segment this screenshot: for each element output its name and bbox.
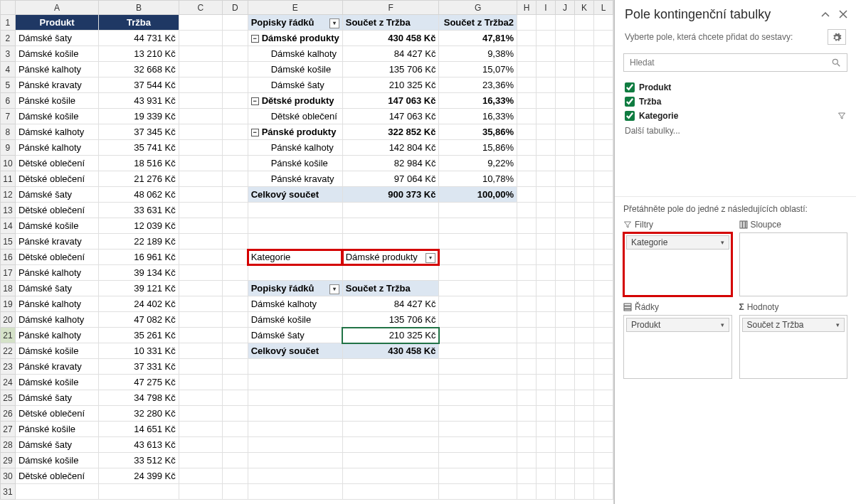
cell-G13[interactable] bbox=[439, 203, 517, 218]
cell-G23[interactable] bbox=[439, 359, 517, 375]
cell-B4[interactable]: 32 668 Kč bbox=[99, 62, 179, 77]
cell-F6[interactable]: 147 063 Kč bbox=[342, 93, 439, 109]
cell-H16[interactable] bbox=[517, 250, 537, 265]
cell-K3[interactable] bbox=[574, 46, 593, 62]
cell-H30[interactable] bbox=[517, 468, 537, 484]
cell-L5[interactable] bbox=[593, 77, 613, 93]
gear-icon[interactable] bbox=[828, 29, 846, 45]
cell-D29[interactable] bbox=[223, 453, 248, 468]
cell-J8[interactable] bbox=[556, 124, 575, 140]
cell-H23[interactable] bbox=[517, 359, 537, 375]
search-box[interactable] bbox=[623, 53, 847, 72]
row-header-30[interactable]: 30 bbox=[1, 468, 16, 484]
cell-E11[interactable]: Pánské kravaty bbox=[248, 171, 342, 187]
cell-F27[interactable] bbox=[342, 422, 439, 437]
cell-A2[interactable]: Dámské šaty bbox=[15, 31, 98, 46]
cell-E9[interactable]: Pánské kalhoty bbox=[248, 140, 342, 156]
cell-B16[interactable]: 16 961 Kč bbox=[99, 250, 179, 265]
cell-E25[interactable] bbox=[248, 390, 342, 406]
cell-F11[interactable]: 97 064 Kč bbox=[342, 171, 439, 187]
cell-I9[interactable] bbox=[537, 140, 556, 156]
cell-E15[interactable] bbox=[248, 234, 342, 250]
cell-J25[interactable] bbox=[556, 390, 575, 406]
cell-D18[interactable] bbox=[223, 281, 248, 296]
cell-L6[interactable] bbox=[593, 93, 613, 109]
cell-K11[interactable] bbox=[574, 171, 593, 187]
cell-A19[interactable]: Pánské kalhoty bbox=[15, 296, 98, 312]
cell-K28[interactable] bbox=[574, 437, 593, 453]
col-header-L[interactable]: L bbox=[593, 1, 613, 15]
cell-K1[interactable] bbox=[574, 15, 593, 31]
row-header-16[interactable]: 16 bbox=[1, 250, 16, 265]
cell-B14[interactable]: 12 039 Kč bbox=[99, 218, 179, 234]
area-rows[interactable]: Produkt▾ bbox=[623, 315, 732, 379]
cell-G25[interactable] bbox=[439, 390, 517, 406]
cell-I3[interactable] bbox=[537, 46, 556, 62]
field-item-produkt[interactable]: Produkt bbox=[623, 80, 847, 95]
cell-F30[interactable] bbox=[342, 468, 439, 484]
cell-I30[interactable] bbox=[537, 468, 556, 484]
area-filters[interactable]: Kategorie▾ bbox=[623, 232, 732, 296]
cell-K29[interactable] bbox=[574, 453, 593, 468]
cell-F14[interactable] bbox=[342, 218, 439, 234]
cell-C10[interactable] bbox=[179, 156, 222, 171]
cell-F29[interactable] bbox=[342, 453, 439, 468]
row-header-8[interactable]: 8 bbox=[1, 124, 16, 140]
cell-G29[interactable] bbox=[439, 453, 517, 468]
cell-E27[interactable] bbox=[248, 422, 342, 437]
row-header-15[interactable]: 15 bbox=[1, 234, 16, 250]
cell-D6[interactable] bbox=[223, 93, 248, 109]
cell-A26[interactable]: Dětské oblečení bbox=[15, 406, 98, 422]
cell-F16[interactable]: Dámské produkty▾ bbox=[342, 250, 439, 265]
row-header-26[interactable]: 26 bbox=[1, 406, 16, 422]
cell-F7[interactable]: 147 063 Kč bbox=[342, 109, 439, 124]
cell-A3[interactable]: Dámské košile bbox=[15, 46, 98, 62]
cell-L18[interactable] bbox=[593, 281, 613, 296]
cell-G11[interactable]: 10,78% bbox=[439, 171, 517, 187]
cell-L30[interactable] bbox=[593, 468, 613, 484]
cell-L2[interactable] bbox=[593, 31, 613, 46]
cell-E8[interactable]: −Pánské produkty bbox=[248, 124, 342, 140]
cell-F1[interactable]: Součet z Tržba bbox=[342, 15, 439, 31]
cell-J23[interactable] bbox=[556, 359, 575, 375]
cell-F8[interactable]: 322 852 Kč bbox=[342, 124, 439, 140]
cell-B1[interactable]: Tržba bbox=[99, 15, 179, 31]
cell-B12[interactable]: 48 062 Kč bbox=[99, 187, 179, 203]
cell-K5[interactable] bbox=[574, 77, 593, 93]
cell-C1[interactable] bbox=[179, 15, 222, 31]
area-chip[interactable]: Produkt▾ bbox=[626, 318, 729, 332]
cell-E29[interactable] bbox=[248, 453, 342, 468]
cell-C30[interactable] bbox=[179, 468, 222, 484]
col-header-H[interactable]: H bbox=[517, 1, 537, 15]
cell-E14[interactable] bbox=[248, 218, 342, 234]
cell-G6[interactable]: 16,33% bbox=[439, 93, 517, 109]
cell-K27[interactable] bbox=[574, 422, 593, 437]
cell-D3[interactable] bbox=[223, 46, 248, 62]
field-item-tržba[interactable]: Tržba bbox=[623, 95, 847, 109]
cell-J19[interactable] bbox=[556, 296, 575, 312]
col-header-K[interactable]: K bbox=[574, 1, 593, 15]
row-header-29[interactable]: 29 bbox=[1, 453, 16, 468]
cell-B2[interactable]: 44 731 Kč bbox=[99, 31, 179, 46]
cell-C23[interactable] bbox=[179, 359, 222, 375]
cell-D27[interactable] bbox=[223, 422, 248, 437]
cell-F26[interactable] bbox=[342, 406, 439, 422]
cell-B18[interactable]: 39 121 Kč bbox=[99, 281, 179, 296]
cell-E3[interactable]: Dámské kalhoty bbox=[248, 46, 342, 62]
cell-E17[interactable] bbox=[248, 265, 342, 281]
cell-A20[interactable]: Dámské kalhoty bbox=[15, 312, 98, 328]
col-header-G[interactable]: G bbox=[439, 1, 517, 15]
cell-I4[interactable] bbox=[537, 62, 556, 77]
row-header-28[interactable]: 28 bbox=[1, 437, 16, 453]
cell-F31[interactable] bbox=[342, 484, 439, 500]
cell-J15[interactable] bbox=[556, 234, 575, 250]
cell-I25[interactable] bbox=[537, 390, 556, 406]
cell-K14[interactable] bbox=[574, 218, 593, 234]
cell-A30[interactable]: Dětské oblečení bbox=[15, 468, 98, 484]
cell-L27[interactable] bbox=[593, 422, 613, 437]
area-columns[interactable] bbox=[739, 232, 848, 296]
cell-A1[interactable]: Produkt bbox=[15, 15, 98, 31]
cell-J21[interactable] bbox=[556, 328, 575, 343]
cell-C16[interactable] bbox=[179, 250, 222, 265]
cell-K18[interactable] bbox=[574, 281, 593, 296]
